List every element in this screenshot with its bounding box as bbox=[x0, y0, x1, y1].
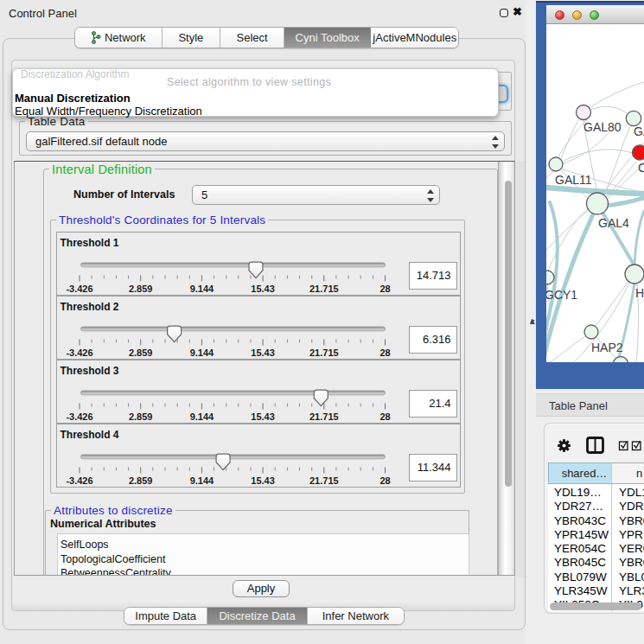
svg-text:15.43: 15.43 bbox=[251, 411, 275, 422]
svg-text:21.715: 21.715 bbox=[309, 284, 338, 294]
svg-text:28: 28 bbox=[379, 284, 390, 294]
svg-text:GAL11: GAL11 bbox=[555, 173, 592, 187]
svg-text:15.43: 15.43 bbox=[251, 284, 275, 294]
svg-text:28: 28 bbox=[379, 475, 390, 486]
svg-text:GCY1: GCY1 bbox=[546, 288, 577, 302]
svg-text:HAP2: HAP2 bbox=[591, 341, 623, 354]
svg-text:GAL4: GAL4 bbox=[598, 216, 629, 230]
svg-text:21.715: 21.715 bbox=[309, 411, 338, 422]
svg-text:21.715: 21.715 bbox=[309, 348, 338, 358]
svg-text:15.43: 15.43 bbox=[251, 475, 275, 486]
svg-text:21.715: 21.715 bbox=[309, 475, 338, 486]
svg-text:-3.426: -3.426 bbox=[66, 284, 92, 294]
svg-text:GA: GA bbox=[634, 124, 644, 138]
svg-text:2.859: 2.859 bbox=[128, 411, 152, 422]
svg-text:2.859: 2.859 bbox=[128, 348, 152, 358]
svg-text:GAL80: GAL80 bbox=[583, 120, 622, 134]
svg-text:-3.426: -3.426 bbox=[66, 348, 92, 358]
svg-text:9.144: 9.144 bbox=[189, 284, 214, 294]
svg-text:9.144: 9.144 bbox=[189, 411, 214, 422]
svg-text:C: C bbox=[638, 161, 644, 175]
svg-text:2.859: 2.859 bbox=[128, 475, 152, 486]
svg-text:28: 28 bbox=[379, 411, 390, 422]
svg-text:-3.426: -3.426 bbox=[66, 411, 92, 422]
svg-text:2.859: 2.859 bbox=[128, 284, 152, 294]
svg-text:15.43: 15.43 bbox=[251, 348, 275, 358]
svg-text:9.144: 9.144 bbox=[189, 475, 214, 486]
svg-text:28: 28 bbox=[379, 348, 390, 358]
svg-text:9.144: 9.144 bbox=[189, 348, 214, 358]
svg-text:-3.426: -3.426 bbox=[66, 475, 92, 486]
svg-text:H: H bbox=[635, 286, 644, 300]
